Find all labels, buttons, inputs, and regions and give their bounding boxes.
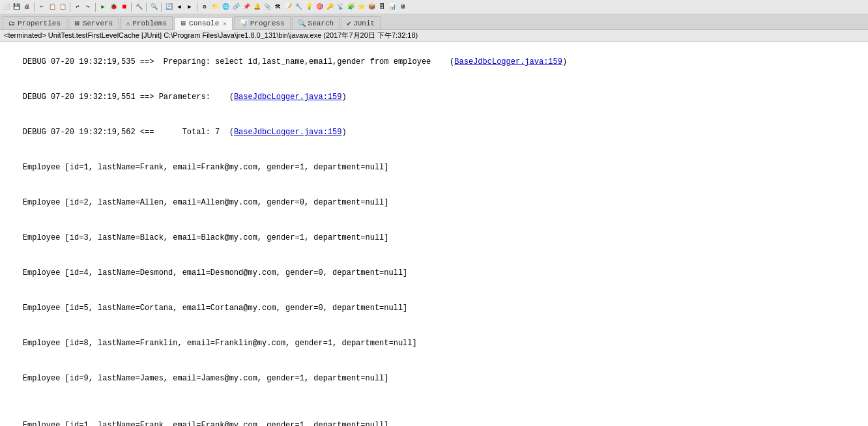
toolbar-icon-refresh[interactable]: 🔄 [164,3,173,12]
toolbar-sep-5 [146,3,147,12]
console-line-3: DEBUG 07-20 19:32:19,562 <== Total: 7 (B… [4,115,864,150]
console-line-8: Employee [id=5, lastName=Cortana, email=… [4,291,864,326]
status-bar: <terminated> UnitTest.testFirstLevelCach… [0,30,868,42]
employee-6: Employee [id=8, lastName=Franklin, email… [23,339,417,348]
tab-console-label: Console [189,20,219,27]
employee-3: Employee [id=3, lastName=Black, email=Bl… [23,233,389,242]
tab-properties-label: Properties [18,20,61,27]
toolbar-icon-misc2[interactable]: 📁 [210,3,220,12]
toolbar-icon-misc14[interactable]: 📡 [336,3,345,12]
search-tab-icon: 🔍 [298,20,306,27]
properties-icon: 🗂 [8,20,15,27]
console-close-icon[interactable]: ✕ [223,20,226,27]
toolbar-icon-misc19[interactable]: 📊 [388,3,397,12]
toolbar-icon-cut[interactable]: ✂ [37,3,46,12]
toolbar-icon-save[interactable]: 💾 [12,3,21,12]
tab-progress-label: Progress [250,20,285,27]
toolbar-icon-new[interactable]: ⬜ [1,3,10,12]
console-line-6: Employee [id=3, lastName=Black, email=Bl… [4,220,864,255]
toolbar-sep-2 [70,3,70,12]
employee-2: Employee [id=2, lastName=Allen, email=Al… [23,198,389,207]
toolbar-icon-misc3[interactable]: 🌐 [221,3,230,12]
employee-8: Employee [id=1, lastName=Frank, email=Fr… [23,421,389,426]
debug-text-2: DEBUG 07-20 19:32:19,551 ==> Parameters:… [23,92,234,102]
console-line-1: DEBUG 07-20 19:32:19,535 ==> Preparing: … [4,44,864,79]
toolbar-icon-misc18[interactable]: 🗄 [377,3,386,12]
console-line-4: Employee [id=1, lastName=Frank, email=Fr… [4,150,864,185]
servers-icon: 🖥 [74,20,80,27]
toolbar-icon-misc1[interactable]: ⚙ [200,3,209,12]
employee-7: Employee [id=9, lastName=James, email=Ja… [23,374,389,383]
console-line-2: DEBUG 07-20 19:32:19,551 ==> Parameters:… [4,79,864,115]
toolbar-icon-misc10[interactable]: 🔧 [294,3,303,12]
toolbar-icon-paste[interactable]: 📋 [58,3,67,12]
tab-progress[interactable]: 📊 Progress [234,16,291,29]
progress-icon: 📊 [240,20,248,27]
toolbar-icon-misc11[interactable]: 💡 [304,3,313,12]
tab-servers-label: Servers [83,20,113,27]
console-icon: 🖥 [180,20,186,27]
toolbar-icon-misc5[interactable]: 📌 [242,3,251,12]
toolbar-sep-3 [95,3,96,12]
employee-5: Employee [id=5, lastName=Cortana, email=… [23,304,408,313]
junit-icon: ✔ [347,20,351,27]
toolbar-icon-misc15[interactable]: 🧩 [346,3,355,12]
console-line-9: Employee [id=8, lastName=Franklin, email… [4,326,864,361]
console-blank-line [4,396,864,408]
console-line-11: Employee [id=1, lastName=Frank, email=Fr… [4,408,864,426]
tab-properties[interactable]: 🗂 Properties [3,16,66,29]
console-output[interactable]: DEBUG 07-20 19:32:19,535 ==> Preparing: … [0,42,868,426]
employee-1: Employee [id=1, lastName=Frank, email=Fr… [23,163,389,172]
toolbar-icon-redo[interactable]: ↪ [83,3,93,12]
toolbar-icon-misc6[interactable]: 🔔 [252,3,261,12]
toolbar-icon-misc7[interactable]: 📎 [263,3,272,12]
toolbar-icon-print[interactable]: 🖨 [22,3,31,12]
main-toolbar: ⬜ 💾 🖨 ✂ 📋 📋 ↩ ↪ ▶ 🐞 ⏹ 🔨 🔍 🔄 ◀ ▶ ⚙ 📁 🌐 🔗 … [0,0,868,14]
toolbar-icon-misc4[interactable]: 🔗 [231,3,240,12]
debug-text-3: DEBUG 07-20 19:32:19,562 <== Total: 7 ( [23,128,234,137]
toolbar-icon-misc20[interactable]: 🖥 [398,3,407,12]
employee-4: Employee [id=4, lastName=Desmond, email=… [23,268,408,277]
toolbar-icon-copy[interactable]: 📋 [48,3,57,12]
console-line-7: Employee [id=4, lastName=Desmond, email=… [4,255,864,291]
tab-problems-label: Problems [132,20,167,27]
debug-suffix-2: ) [342,92,347,102]
tab-search[interactable]: 🔍 Search [292,16,340,29]
toolbar-icon-debug[interactable]: 🐞 [109,3,118,12]
toolbar-icon-misc9[interactable]: 📝 [283,3,293,12]
status-text: <terminated> UnitTest.testFirstLevelCach… [4,31,418,40]
toolbar-sep-7 [197,3,197,12]
toolbar-icon-misc17[interactable]: 📦 [367,3,376,12]
tab-search-label: Search [308,20,334,27]
debug-link-1[interactable]: BaseJdbcLogger.java:159 [454,57,562,66]
tab-junit-label: JUnit [353,20,375,27]
toolbar-sep-6 [161,3,162,12]
tab-servers[interactable]: 🖥 Servers [68,16,119,29]
toolbar-icon-misc16[interactable]: ⭐ [356,3,366,12]
toolbar-icon-undo[interactable]: ↩ [73,3,82,12]
tab-bar: 🗂 Properties 🖥 Servers ⚠ Problems 🖥 Cons… [0,14,868,30]
toolbar-icon-back[interactable]: ◀ [175,3,184,12]
toolbar-icon-misc8[interactable]: 🛠 [273,3,282,12]
debug-link-2[interactable]: BaseJdbcLogger.java:159 [234,92,342,102]
toolbar-sep-4 [131,3,132,12]
toolbar-icon-run[interactable]: ▶ [98,3,108,12]
console-line-10: Employee [id=9, lastName=James, email=Ja… [4,361,864,396]
debug-text-1: DEBUG 07-20 19:32:19,535 ==> Preparing: … [23,57,455,66]
tab-problems[interactable]: ⚠ Problems [120,16,173,29]
debug-suffix-3: ) [342,128,347,137]
problems-icon: ⚠ [126,20,130,27]
toolbar-icon-misc13[interactable]: 🔑 [325,3,334,12]
toolbar-icon-build[interactable]: 🔨 [134,3,143,12]
debug-suffix-1: ) [562,57,567,66]
toolbar-icon-misc12[interactable]: 🎯 [315,3,324,12]
toolbar-icon-search[interactable]: 🔍 [149,3,158,12]
tab-console[interactable]: 🖥 Console ✕ [174,17,233,30]
toolbar-icon-forward[interactable]: ▶ [185,3,194,12]
toolbar-icon-stop[interactable]: ⏹ [119,3,128,12]
debug-link-3[interactable]: BaseJdbcLogger.java:159 [234,128,342,137]
console-line-5: Employee [id=2, lastName=Allen, email=Al… [4,185,864,220]
tab-junit[interactable]: ✔ JUnit [341,16,381,29]
toolbar-sep-1 [34,3,35,12]
